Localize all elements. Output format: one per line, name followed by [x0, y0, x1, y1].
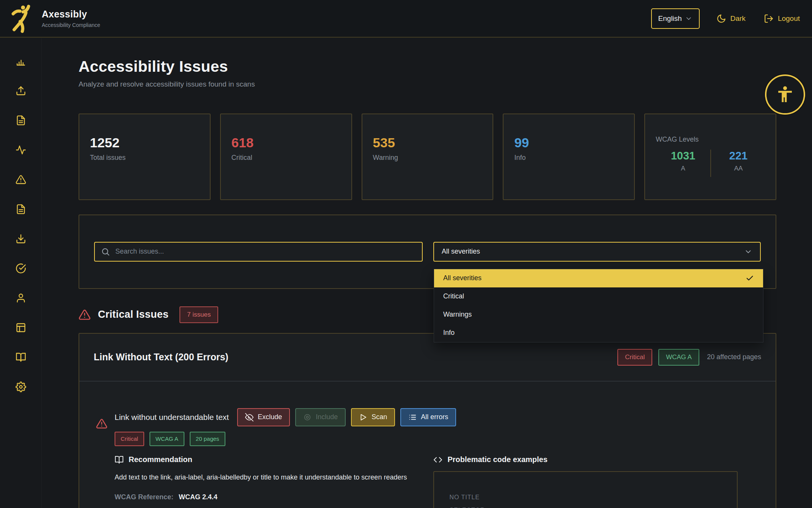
total-issues-value: 1252	[90, 136, 210, 150]
wcag-aa-value: 221	[711, 150, 766, 162]
recommendation-section: Recommendation Add text to the link, ari…	[115, 455, 407, 508]
severity-select[interactable]: All severities	[433, 242, 761, 262]
filters-panel: All severities All severities Critical	[79, 215, 776, 289]
sidebar-item-guide[interactable]	[12, 348, 30, 366]
sidebar-item-dashboard[interactable]	[12, 52, 30, 70]
app-subtitle: Accessibility Compliance	[42, 22, 100, 28]
download-icon	[16, 233, 26, 244]
option-label: Warnings	[443, 311, 472, 319]
option-label: Critical	[443, 292, 464, 300]
list-icon	[408, 413, 417, 421]
wcag-a-label: A	[656, 165, 710, 172]
page-subtitle: Analyze and resolve accessibility issues…	[79, 80, 776, 88]
badge-wcag-a: WCAG A	[149, 432, 184, 446]
issue-card-body: Link without understandable text Exclude	[79, 382, 776, 508]
issue-name: Link without understandable text	[115, 413, 229, 422]
problematic-code-section: Problematic code examples NO TITLE SELEC…	[433, 455, 737, 508]
badge-pages: 20 pages	[190, 432, 225, 446]
moon-icon	[716, 14, 726, 24]
stat-card-wcag-levels: WCAG Levels 1031 A 221 AA	[644, 114, 776, 200]
search-input[interactable]	[94, 242, 423, 262]
accessibility-widget-button[interactable]	[765, 74, 805, 115]
sidebar-item-issues[interactable]	[12, 170, 30, 189]
issue-card-title: Link Without Text (200 Errors)	[94, 352, 228, 363]
theme-toggle-dark[interactable]: Dark	[716, 14, 746, 24]
severity-dropdown-menu: All severities Critical Warnings Info	[434, 269, 763, 342]
sidebar-item-settings[interactable]	[12, 378, 30, 396]
severity-option-critical[interactable]: Critical	[434, 287, 763, 306]
app-window: Axessibly Accessibility Compliance Engli…	[0, 0, 812, 508]
logout-icon	[764, 14, 774, 24]
sidebar-nav	[0, 38, 42, 508]
language-select[interactable]: English	[651, 8, 700, 29]
wcag-reference-value: WCAG 2.4.4	[179, 493, 217, 501]
info-value: 99	[514, 136, 634, 150]
stat-card-warning: 535 Warning	[362, 114, 494, 200]
issue-badges-row: Critical WCAG A 20 pages	[115, 432, 738, 446]
all-errors-button[interactable]: All errors	[400, 408, 456, 426]
severity-option-all-severities[interactable]: All severities	[434, 269, 763, 287]
layout-icon	[16, 322, 26, 333]
axessibly-logo-icon	[9, 4, 33, 33]
wcag-a-value: 1031	[656, 150, 710, 162]
check-circle-icon	[16, 263, 26, 274]
sidebar-item-pages[interactable]	[12, 319, 30, 337]
wcag-a-badge: WCAG A	[658, 349, 699, 366]
wcag-aa-label: AA	[711, 165, 766, 172]
severity-option-info[interactable]: Info	[434, 324, 763, 342]
eye-icon	[303, 413, 312, 421]
chevron-down-icon	[685, 15, 692, 22]
theme-toggle-label: Dark	[730, 14, 746, 23]
sidebar-item-download[interactable]	[12, 230, 30, 248]
code-field-no-title: NO TITLE	[449, 494, 721, 501]
recommendation-title: Recommendation	[129, 455, 192, 464]
file-text-icon	[16, 115, 26, 126]
scan-button[interactable]: Scan	[351, 408, 395, 426]
critical-value: 618	[231, 136, 351, 150]
gear-icon	[16, 382, 26, 392]
critical-issues-count-badge[interactable]: 7 issues	[179, 306, 218, 323]
main-area: Accessibility Issues Analyze and resolve…	[42, 38, 812, 508]
alert-triangle-icon	[16, 174, 26, 185]
exclude-button-label: Exclude	[258, 413, 282, 421]
book-open-icon	[115, 455, 124, 464]
stat-card-info: 99 Info	[503, 114, 635, 200]
check-icon	[746, 274, 754, 282]
code-icon	[433, 455, 442, 464]
include-button-label: Include	[316, 413, 338, 421]
brand-logo[interactable]	[0, 4, 42, 33]
sidebar-item-documents[interactable]	[12, 200, 30, 218]
problematic-code-title: Problematic code examples	[447, 455, 547, 464]
option-label: All severities	[443, 274, 482, 282]
wcag-reference-label: WCAG Reference:	[115, 493, 173, 501]
warning-label: Warning	[373, 154, 493, 162]
play-icon	[359, 413, 367, 421]
sidebar-item-upload[interactable]	[12, 82, 30, 100]
badge-critical: Critical	[115, 432, 144, 446]
logout-button[interactable]: Logout	[764, 14, 800, 24]
file-text-icon	[16, 204, 26, 215]
info-label: Info	[514, 154, 634, 162]
user-icon	[16, 293, 26, 303]
stat-card-critical: 618 Critical	[220, 114, 352, 200]
warning-value: 535	[373, 136, 493, 150]
sidebar-item-checks[interactable]	[12, 259, 30, 278]
exclude-button[interactable]: Exclude	[237, 408, 290, 426]
accessibility-person-icon	[775, 85, 795, 104]
upload-icon	[16, 85, 26, 96]
option-label: Info	[443, 329, 455, 337]
sidebar-item-users[interactable]	[12, 289, 30, 307]
critical-issues-title: Critical Issues	[98, 309, 168, 320]
activity-icon	[16, 145, 26, 155]
severity-option-warnings[interactable]: Warnings	[434, 306, 763, 324]
wcag-level-aa: 221 AA	[711, 150, 766, 172]
total-issues-label: Total issues	[90, 154, 210, 162]
recommendation-text: Add text to the link, aria-label, aria-l…	[115, 472, 407, 483]
chevron-down-icon	[744, 248, 752, 256]
include-button[interactable]: Include	[295, 408, 346, 426]
alert-triangle-icon	[79, 309, 91, 321]
alert-triangle-icon	[96, 418, 107, 508]
sidebar-item-activity[interactable]	[12, 141, 30, 159]
sidebar-item-report[interactable]	[12, 111, 30, 129]
issue-card-link-without-text: Link Without Text (200 Errors) Critical …	[79, 333, 776, 508]
